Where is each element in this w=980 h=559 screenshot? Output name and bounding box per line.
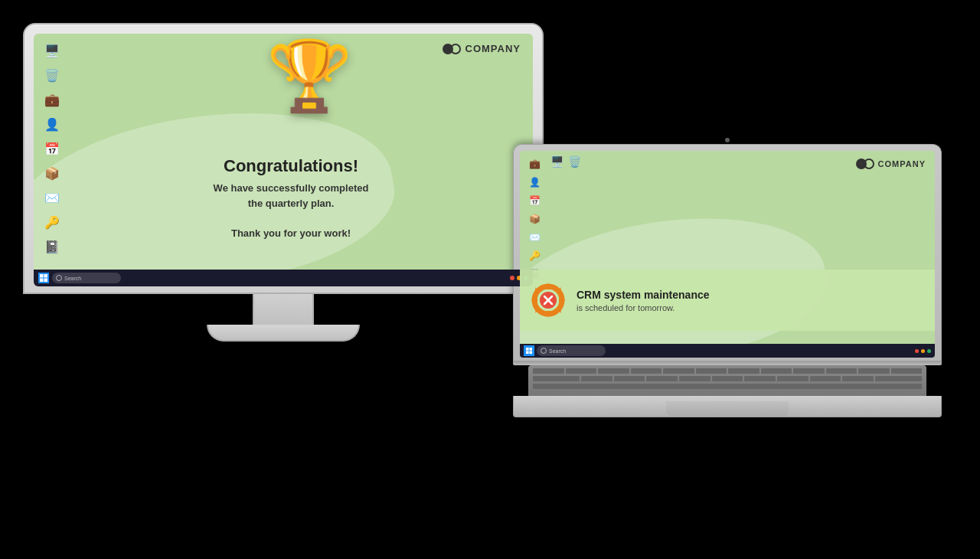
desktop-icon-mail[interactable]: ✉️ — [41, 187, 63, 208]
laptop-icon-calendar[interactable]: 📅 — [526, 192, 543, 209]
desktop-icon-user[interactable]: 👤 — [41, 113, 63, 135]
keyboard-rows — [528, 365, 926, 392]
gear-icon — [529, 281, 567, 319]
desktop-icon-notebook[interactable]: 📓 — [41, 236, 63, 257]
laptop-taskbar: Search — [520, 344, 935, 358]
monitor-base — [207, 325, 360, 342]
svg-rect-1 — [44, 274, 48, 278]
desktop-icon-package[interactable]: 📦 — [41, 162, 63, 184]
key[interactable] — [696, 368, 727, 374]
laptop-taskbar-icon-3 — [927, 349, 931, 353]
laptop-logo: COMPANY — [856, 159, 926, 169]
laptop-icon-briefcase[interactable]: 💼 — [526, 155, 543, 172]
congrats-title: Congratulations! — [95, 156, 487, 176]
key[interactable] — [858, 368, 890, 374]
desktop-icon-trash[interactable]: 🗑️ — [41, 64, 63, 86]
monitor-logo-text: COMPANY — [466, 43, 521, 54]
svg-rect-0 — [40, 274, 44, 278]
key[interactable] — [875, 376, 922, 381]
key[interactable] — [598, 368, 629, 374]
windows-button[interactable] — [38, 273, 49, 283]
svg-rect-23 — [529, 351, 532, 354]
key[interactable] — [744, 376, 776, 381]
key[interactable] — [728, 368, 760, 374]
key[interactable] — [842, 376, 874, 381]
congrats-thanks: Thank you for your work! — [231, 227, 351, 239]
key[interactable] — [777, 376, 808, 381]
desktop-monitor: COMPANY 🖥️ 🗑️ 💼 👤 📅 📦 ✉️ 🔑 📓 🏆 — [23, 23, 544, 342]
svg-rect-3 — [44, 279, 48, 283]
key[interactable] — [891, 368, 923, 374]
laptop-icon-package[interactable]: 📦 — [526, 211, 543, 227]
laptop-trackpad[interactable] — [666, 401, 789, 417]
laptop-base — [513, 396, 942, 417]
key[interactable] — [581, 376, 612, 381]
search-icon — [56, 275, 62, 281]
key[interactable] — [712, 376, 743, 381]
laptop-taskbar-icon-2 — [921, 349, 925, 353]
congrats-line1: We have successfully completed — [214, 182, 369, 194]
svg-rect-22 — [526, 351, 529, 354]
laptop-logo-text: COMPANY — [878, 159, 926, 168]
laptop-taskbar-search-text: Search — [549, 348, 566, 354]
laptop-desktop-icons: 💼 👤 📅 📦 ✉️ 🔑 📓 — [526, 155, 543, 283]
svg-rect-2 — [40, 279, 44, 283]
key[interactable] — [566, 368, 597, 374]
key[interactable] — [810, 376, 841, 381]
laptop-top-icon-trash[interactable]: 🗑️ — [568, 155, 581, 168]
monitor-taskbar: Search — [34, 270, 533, 286]
laptop-screen: 🖥️ 🗑️ COMPANY 💼 👤 📅 📦 — [520, 151, 935, 358]
laptop-lid: 🖥️ 🗑️ COMPANY 💼 👤 📅 📦 — [513, 144, 942, 361]
desktop-icons: 🖥️ 🗑️ 💼 👤 📅 📦 ✉️ 🔑 📓 — [41, 40, 63, 257]
monitor-neck — [253, 294, 314, 325]
notification-text: CRM system maintenance is scheduled for … — [577, 288, 926, 312]
gear-container — [529, 281, 567, 319]
key[interactable] — [533, 368, 564, 374]
svg-rect-20 — [526, 348, 529, 351]
laptop-taskbar-search[interactable]: Search — [537, 345, 606, 356]
laptop-taskbar-system-icons — [915, 349, 931, 353]
laptop: 🖥️ 🗑️ COMPANY 💼 👤 📅 📦 — [513, 138, 942, 417]
desktop-icon-key[interactable]: 🔑 — [41, 211, 63, 233]
laptop-windows-button[interactable] — [524, 345, 534, 356]
taskbar-icon-1 — [510, 276, 514, 280]
key[interactable] — [631, 368, 662, 374]
key[interactable] — [533, 376, 580, 381]
taskbar-search-text: Search — [64, 276, 81, 281]
laptop-keyboard — [528, 365, 926, 396]
trophy-container: 🏆 — [266, 41, 352, 110]
laptop-top-icon-monitor[interactable]: 🖥️ — [550, 155, 564, 168]
svg-rect-21 — [529, 348, 532, 351]
key[interactable] — [679, 376, 710, 381]
taskbar-search[interactable]: Search — [52, 273, 121, 283]
notification-subtitle: is scheduled for tomorrow. — [577, 303, 926, 312]
desktop-icon-briefcase[interactable]: 💼 — [41, 89, 63, 110]
notification-banner: CRM system maintenance is scheduled for … — [520, 270, 935, 331]
scene: COMPANY 🖥️ 🗑️ 💼 👤 📅 📦 ✉️ 🔑 📓 🏆 — [0, 0, 980, 559]
logo-icon — [443, 44, 461, 54]
notification-title: CRM system maintenance — [577, 288, 926, 302]
congrats-subtitle: We have successfully completed the quart… — [95, 181, 487, 240]
key[interactable] — [614, 376, 645, 381]
monitor-frame: COMPANY 🖥️ 🗑️ 💼 👤 📅 📦 ✉️ 🔑 📓 🏆 — [23, 23, 544, 294]
desktop-icon-monitor[interactable]: 🖥️ — [41, 40, 63, 61]
laptop-icon-mail[interactable]: ✉️ — [526, 229, 543, 246]
key[interactable] — [646, 376, 678, 381]
desktop-icon-calendar[interactable]: 📅 — [41, 138, 63, 159]
congratulations-section: Congratulations! We have successfully co… — [95, 156, 487, 240]
key[interactable] — [663, 368, 694, 374]
laptop-icon-user[interactable]: 👤 — [526, 174, 543, 191]
key[interactable] — [533, 384, 922, 389]
monitor-logo: COMPANY — [443, 43, 521, 54]
laptop-camera — [725, 138, 730, 142]
key[interactable] — [793, 368, 825, 374]
trophy-icon: 🏆 — [266, 41, 352, 110]
laptop-logo-icon — [856, 159, 874, 169]
logo-circle-outline — [450, 44, 461, 54]
congrats-line2: the quarterly plan. — [248, 198, 335, 209]
laptop-icon-row-top: 🖥️ 🗑️ — [550, 155, 581, 168]
key[interactable] — [826, 368, 858, 374]
key[interactable] — [761, 368, 792, 374]
laptop-logo-circle-outline — [864, 159, 874, 169]
laptop-icon-key[interactable]: 🔑 — [526, 247, 543, 264]
